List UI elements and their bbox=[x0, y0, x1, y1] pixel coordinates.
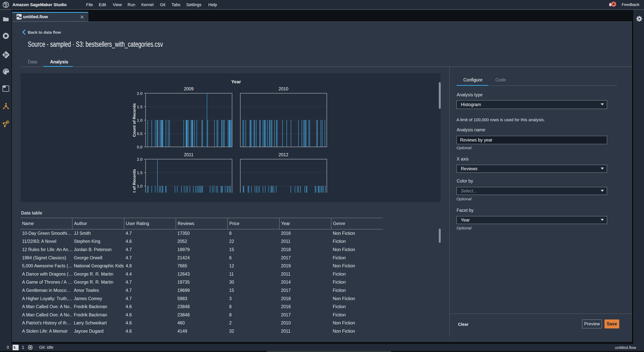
svg-text:2012: 2012 bbox=[278, 152, 288, 157]
svg-text:1.0: 1.0 bbox=[137, 118, 142, 122]
svg-text:Year: Year bbox=[231, 79, 241, 84]
svg-text:0.0: 0.0 bbox=[137, 145, 142, 149]
svg-text:2010: 2010 bbox=[278, 86, 288, 91]
svg-text:0.5: 0.5 bbox=[137, 131, 142, 136]
svg-text:Count of Records: Count of Records bbox=[132, 169, 136, 193]
svg-text:1.5: 1.5 bbox=[137, 105, 142, 109]
svg-text:2.0: 2.0 bbox=[137, 91, 142, 96]
svg-text:1.5: 1.5 bbox=[137, 171, 142, 175]
svg-text:2.0: 2.0 bbox=[137, 157, 142, 162]
svg-text:2011: 2011 bbox=[184, 152, 193, 157]
svg-text:1.0: 1.0 bbox=[137, 184, 142, 188]
svg-text:2009: 2009 bbox=[184, 86, 194, 91]
svg-text:Count of Records: Count of Records bbox=[132, 103, 136, 137]
